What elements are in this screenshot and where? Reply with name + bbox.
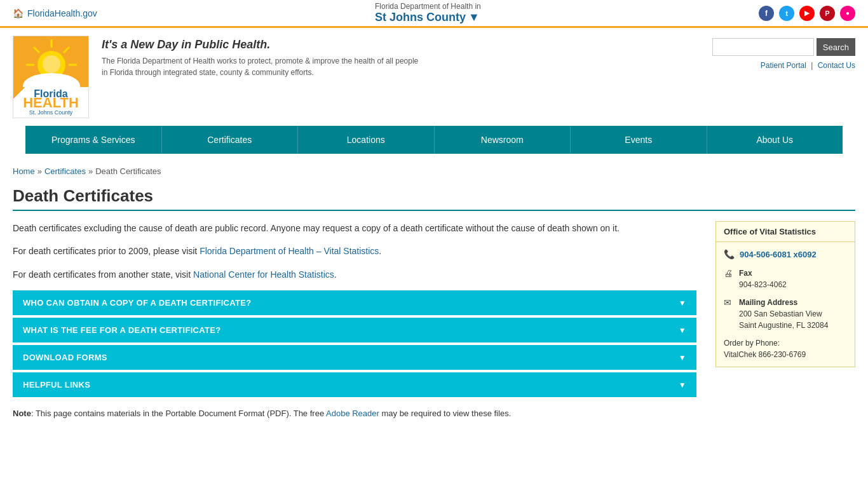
breadcrumb-sep-2: » — [88, 166, 93, 176]
sidebar-title: Office of Vital Statistics — [716, 222, 855, 242]
pipe-separator: | — [811, 61, 815, 70]
sidebar-col: Office of Vital Statistics 📞 904-506-608… — [715, 221, 855, 421]
accordion-arrow-0: ▼ — [679, 299, 686, 308]
body2-suffix: . — [379, 246, 381, 256]
logo-county-text: St. Johns County — [13, 106, 88, 116]
top-bar: 🏠 FloridaHealth.gov Florida Department o… — [0, 0, 868, 28]
search-row: Search — [712, 38, 855, 56]
site-link[interactable]: FloridaHealth.gov — [27, 8, 97, 18]
sidebar-address-item: ✉ Mailing Address 200 San Sebastian View… — [724, 297, 847, 331]
breadcrumb: Home » Certificates » Death Certificates — [13, 166, 855, 176]
contact-us-link[interactable]: Contact Us — [818, 61, 855, 70]
county-line[interactable]: St Johns County ▼ — [375, 11, 481, 24]
fax-icon: 🖨 — [724, 268, 734, 278]
svg-point-11 — [43, 55, 60, 73]
accordion-label-1: WHAT IS THE FEE FOR A DEATH CERTIFICATE? — [23, 325, 220, 335]
fax-number: 904-823-4062 — [739, 280, 787, 289]
sidebar-fax-info: Fax 904-823-4062 — [739, 268, 787, 290]
twitter-icon[interactable]: t — [779, 6, 794, 21]
page-title: Death Certificates — [13, 186, 855, 211]
fax-label: Fax — [739, 269, 752, 278]
pinterest-icon[interactable]: P — [820, 6, 835, 21]
nav-newsroom[interactable]: Newsroom — [435, 126, 571, 154]
accordion-arrow-3: ▼ — [679, 381, 686, 390]
accordion-arrow-1: ▼ — [679, 326, 686, 335]
address-icon: ✉ — [724, 297, 734, 308]
nav-events[interactable]: Events — [571, 126, 707, 154]
nav-locations[interactable]: Locations — [298, 126, 435, 154]
sidebar-phone-info: 904-506-6081 x6092 — [740, 248, 817, 261]
flickr-icon[interactable]: ● — [840, 6, 855, 21]
sidebar-body: 📞 904-506-6081 x6092 🖨 Fax 904-823-4062 — [716, 242, 855, 367]
county-name: St Johns County — [375, 11, 466, 24]
breadcrumb-sep-1: » — [37, 166, 42, 176]
address-label: Mailing Address — [739, 298, 797, 307]
sidebar-phone: 904-506-6081 x6092 — [740, 250, 817, 259]
logo: Florida HEALTH St. Johns County — [13, 36, 89, 118]
note-text2: may be required to view these files. — [379, 409, 511, 418]
sidebar-address-info: Mailing Address 200 San Sebastian View S… — [739, 297, 828, 331]
accordion-item-0[interactable]: WHO CAN OBTAIN A COPY OF A DEATH CERTIFI… — [13, 290, 696, 315]
body2-prefix: For death certificates prior to 2009, pl… — [13, 246, 200, 256]
body-paragraph-2: For death certificates prior to 2009, pl… — [13, 244, 696, 258]
breadcrumb-certificates[interactable]: Certificates — [44, 166, 86, 176]
search-area: Search Patient Portal | Contact Us — [712, 36, 855, 70]
breadcrumb-home[interactable]: Home — [13, 166, 35, 176]
sidebar-phone-item: 📞 904-506-6081 x6092 — [724, 248, 847, 261]
nchs-link[interactable]: National Center for Health Statistics — [193, 269, 334, 280]
dept-line: Florida Department of Health in — [375, 2, 481, 11]
note-text: : This page contains materials in the Po… — [31, 409, 326, 418]
adobe-reader-link[interactable]: Adobe Reader — [326, 409, 379, 418]
nav-bar: Programs & Services Certificates Locatio… — [25, 126, 843, 154]
patient-portal-link[interactable]: Patient Portal — [761, 61, 806, 70]
facebook-icon[interactable]: f — [759, 6, 774, 21]
body-paragraph-1: Death certificates excluding the cause o… — [13, 221, 696, 235]
nav-about[interactable]: About Us — [707, 126, 843, 154]
home-icon: 🏠 — [13, 8, 24, 18]
site-link-area[interactable]: 🏠 FloridaHealth.gov — [13, 8, 97, 18]
accordion-item-3[interactable]: HELPFUL LINKS ▼ — [13, 372, 696, 397]
nav-certificates[interactable]: Certificates — [162, 126, 299, 154]
accordion-label-2: DOWNLOAD FORMS — [23, 353, 107, 362]
order-value: VitalChek 866-230-6769 — [724, 350, 806, 359]
phone-icon: 📞 — [724, 249, 735, 259]
dept-title: Florida Department of Health in St Johns… — [375, 2, 481, 24]
body3-prefix: For death certificates from another stat… — [13, 269, 193, 280]
accordion-list: WHO CAN OBTAIN A COPY OF A DEATH CERTIFI… — [13, 290, 696, 397]
vital-stats-link[interactable]: Florida Department of Health – Vital Sta… — [200, 246, 379, 256]
accordion-label-0: WHO CAN OBTAIN A COPY OF A DEATH CERTIFI… — [23, 298, 251, 308]
body-paragraph-3: For death certificates from another stat… — [13, 268, 696, 281]
search-button[interactable]: Search — [817, 38, 855, 56]
logo-area: Florida HEALTH St. Johns County — [13, 36, 89, 118]
order-label: Order by Phone: — [724, 339, 780, 348]
youtube-icon[interactable]: ▶ — [799, 6, 815, 21]
note-bold: Note — [13, 409, 31, 418]
sidebar-box: Office of Vital Statistics 📞 904-506-608… — [715, 221, 855, 367]
body3-suffix: . — [334, 269, 337, 280]
address-line2: Saint Augustine, FL 32084 — [739, 321, 828, 330]
sidebar-order-phone: Order by Phone: VitalChek 866-230-6769 — [724, 337, 847, 360]
breadcrumb-current: Death Certificates — [95, 166, 161, 176]
sidebar-fax-item: 🖨 Fax 904-823-4062 — [724, 268, 847, 290]
tagline-title: It's a New Day in Public Health. — [102, 38, 700, 51]
note-paragraph: Note: This page contains materials in th… — [13, 407, 696, 421]
two-col-layout: Death certificates excluding the cause o… — [13, 221, 855, 421]
nav-wrapper: Programs & Services Certificates Locatio… — [0, 126, 868, 154]
social-icons: f t ▶ P ● — [759, 6, 855, 21]
search-links: Patient Portal | Contact Us — [761, 61, 855, 70]
address-line1: 200 San Sebastian View — [739, 309, 822, 318]
header: Florida HEALTH St. Johns County It's a N… — [0, 28, 868, 126]
county-dropdown-icon[interactable]: ▼ — [468, 11, 480, 24]
search-input[interactable] — [712, 38, 814, 56]
accordion-item-1[interactable]: WHAT IS THE FEE FOR A DEATH CERTIFICATE?… — [13, 318, 696, 342]
main-col: Death certificates excluding the cause o… — [13, 221, 696, 421]
accordion-item-2[interactable]: DOWNLOAD FORMS ▼ — [13, 345, 696, 370]
logo-sun-svg — [13, 36, 89, 87]
accordion-label-3: HELPFUL LINKS — [23, 380, 90, 390]
tagline-area: It's a New Day in Public Health. The Flo… — [102, 36, 700, 78]
content-wrapper: Home » Certificates » Death Certificates… — [0, 154, 868, 433]
nav-programs[interactable]: Programs & Services — [25, 126, 162, 154]
accordion-arrow-2: ▼ — [679, 353, 686, 362]
tagline-desc: The Florida Department of Health works t… — [102, 55, 419, 78]
